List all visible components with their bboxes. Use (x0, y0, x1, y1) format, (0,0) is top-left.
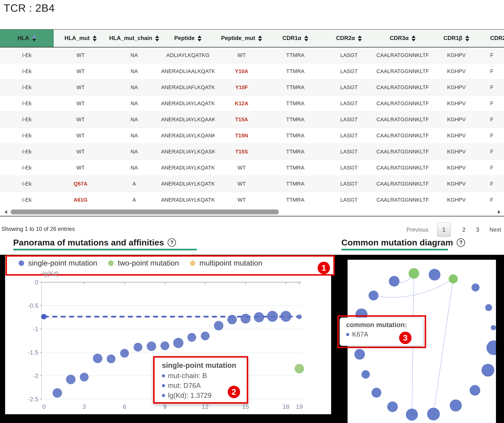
svg-text:-1.5: -1.5 (28, 349, 38, 356)
table-cell: CAALRATGGNNKLTF (376, 160, 430, 176)
column-header-CDR2α[interactable]: CDR2α (322, 30, 376, 47)
table-cell: TTMRA (269, 63, 322, 79)
table-cell: WT (215, 192, 269, 208)
table-cell: ANERADLIAFLKQATK (161, 79, 215, 95)
table-cell: LASGT (322, 63, 376, 79)
column-header-Peptide_mut[interactable]: Peptide_mut (215, 30, 269, 47)
table-row: I-EkWTNAANERADLIAALKQATKY10ATTMRALASGTCA… (0, 63, 504, 79)
table-cell: F (483, 47, 504, 63)
horizontal-scrollbar[interactable] (0, 209, 504, 215)
table-cell: TTMRA (269, 79, 322, 95)
svg-text:-2: -2 (33, 372, 38, 379)
table-cell: Q57A (54, 176, 108, 192)
table-cell: T15A (215, 111, 269, 127)
legend-item[interactable]: multipoint mutation (190, 259, 262, 267)
table-cell: A61G (54, 192, 108, 208)
legend-dot-icon (19, 261, 24, 266)
column-header-Peptide[interactable]: Peptide (161, 30, 215, 47)
table-cell: LASGT (322, 95, 376, 111)
pagination-pages: 123 (429, 226, 479, 233)
svg-text:0: 0 (42, 403, 46, 410)
sort-icon (358, 36, 362, 42)
column-header-HLA_mut[interactable]: HLA_mut (54, 30, 108, 47)
sort-icon (412, 36, 415, 42)
table-cell: WT (54, 143, 108, 160)
table-cell: KGHPV (429, 63, 483, 79)
table-cell: NA (108, 95, 161, 111)
table-row: I-EkA61GAANERADLIAYLKQATKWTTTMRALASGTCAA… (0, 192, 504, 208)
diagram-help-icon[interactable]: ? (457, 238, 465, 247)
legend-dot-icon (108, 261, 114, 266)
table-cell: WT (215, 47, 269, 63)
column-header-CDR1β[interactable]: CDR1β (429, 30, 483, 47)
table-cell: LASGT (322, 127, 376, 143)
table-cell: WT (54, 47, 108, 63)
table-cell: I-Ek (0, 127, 54, 143)
table-cell: I-Ek (0, 192, 54, 208)
table-row: I-EkWTNAANERADLIAYLKQATKWTTTMRALASGTCAAL… (0, 160, 504, 176)
pagination-previous[interactable]: Previous (406, 226, 429, 233)
table-cell: TTMRA (269, 143, 322, 160)
pagination-page-2[interactable]: 2 (462, 226, 465, 233)
table-cell: I-Ek (0, 176, 54, 192)
legend-item[interactable]: two-point mutation (108, 259, 179, 267)
table-body: I-EkWTNAADLIAYLKQATKGWTTTMRALASGTCAALRAT… (0, 47, 504, 208)
table-cell: CAALRATGGNNKLTF (376, 127, 430, 143)
chart-legend: single-point mutationtwo-point mutationm… (7, 257, 333, 267)
table-cell: ANERADLIAALKQATK (161, 63, 215, 79)
column-header-HLA_mut_chain[interactable]: HLA_mut_chain (108, 30, 161, 47)
svg-text:18: 18 (282, 403, 289, 410)
table-cell: LASGT (322, 192, 376, 208)
scroll-left-icon[interactable] (4, 210, 7, 214)
column-header-HLA[interactable]: HLA (0, 30, 54, 47)
table-cell: WT (54, 160, 108, 176)
table-cell: KGHPV (429, 95, 483, 111)
diagram-tooltip-annotation-box: common mutation: K67A 3 (337, 315, 426, 348)
table-cell: KGHPV (429, 143, 483, 160)
table-cell: KGHPV (429, 176, 483, 192)
legend-item[interactable]: single-point mutation (19, 259, 97, 267)
panorama-title-block: Panorama of mutations and affinities ? (13, 238, 197, 250)
annotation-badge-2: 2 (228, 386, 240, 398)
table-cell: ANERADLIAYLKQATK (161, 176, 215, 192)
diagram-title-underline (341, 249, 448, 250)
table-cell: LASGT (322, 143, 376, 160)
table-cell: TTMRA (269, 95, 322, 111)
table-cell: LASGT (322, 176, 376, 192)
column-header-CDR2β[interactable]: CDR2β (483, 30, 504, 47)
table-cell: TTMRA (269, 176, 322, 192)
diagram-tooltip: common mutation: K67A (340, 317, 423, 346)
table-cell: I-Ek (0, 111, 54, 127)
tcr-mutations-table-container[interactable]: HLAHLA_mutHLA_mut_chainPeptidePeptide_mu… (0, 29, 504, 209)
scrollbar-thumb[interactable] (11, 209, 279, 214)
sort-icon (32, 36, 36, 42)
table-cell: F (483, 176, 504, 192)
table-cell: WT (215, 176, 269, 192)
table-cell: ANERADLIAYLKQATK (161, 160, 215, 176)
column-header-CDR1α[interactable]: CDR1α (269, 30, 322, 47)
pagination-page-1[interactable]: 1 (437, 223, 451, 237)
panorama-help-icon[interactable]: ? (168, 238, 176, 247)
table-row: I-EkWTNAANERADLIAYLKQANKT15NTTMRALASGTCA… (0, 127, 504, 143)
sort-icon (155, 36, 159, 42)
table-cell: CAALRATGGNNKLTF (376, 47, 430, 63)
table-cell: NA (108, 143, 161, 160)
svg-text:19: 19 (296, 403, 303, 410)
scroll-right-icon[interactable] (498, 210, 501, 214)
diagram-tooltip-title: common mutation: (346, 321, 423, 329)
column-header-CDR3α[interactable]: CDR3α (376, 30, 430, 47)
table-row: I-EkWTNAANERADLIAYLKQASKT15STTMRALASGTCA… (0, 143, 504, 160)
y-axis-name: -lg(Kd) (41, 270, 59, 277)
annotation-badge-3: 3 (399, 332, 412, 344)
table-cell: ANERADLIAYLKQATK (161, 192, 215, 208)
table-cell: KGHPV (429, 79, 483, 95)
pagination-next[interactable]: Next (489, 226, 501, 233)
table-cell: NA (108, 79, 161, 95)
table-cell: T15N (215, 127, 269, 143)
pagination-page-3[interactable]: 3 (476, 226, 479, 233)
page: TCR : 2B4 HLAHLA_mutHLA_mut_chainPeptide… (0, 0, 504, 423)
table-cell: CAALRATGGNNKLTF (376, 95, 430, 111)
svg-text:3: 3 (82, 403, 86, 410)
table-cell: TTMRA (269, 192, 322, 208)
svg-text:12: 12 (202, 403, 209, 410)
